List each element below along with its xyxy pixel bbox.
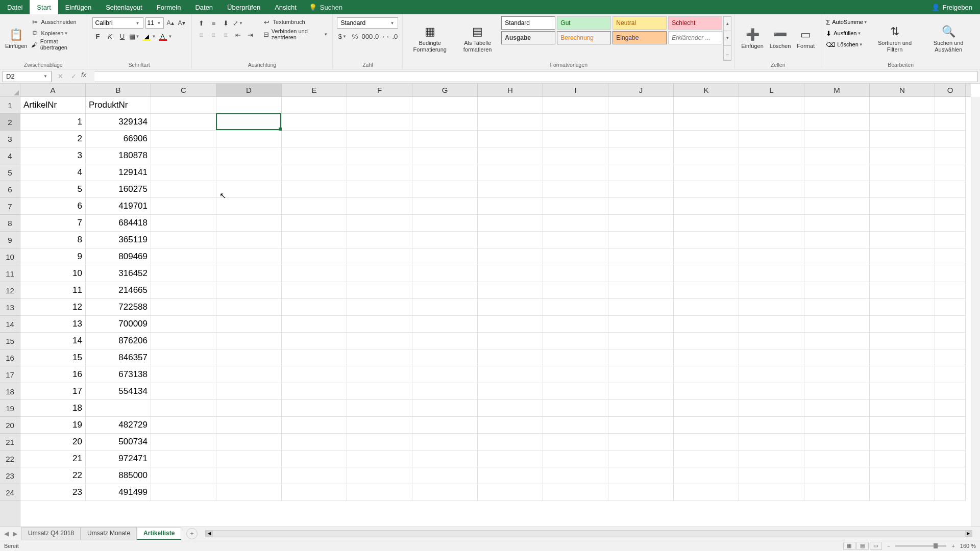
cell-K5[interactable] <box>674 164 739 181</box>
cell-N5[interactable] <box>870 164 935 181</box>
cell-F22[interactable] <box>347 450 412 467</box>
cell-B21[interactable]: 500734 <box>86 434 151 450</box>
cell-N6[interactable] <box>870 181 935 198</box>
cell-H4[interactable] <box>478 147 543 164</box>
cell-I13[interactable] <box>543 299 608 316</box>
cell-D10[interactable] <box>216 248 282 265</box>
cell-L21[interactable] <box>739 434 804 450</box>
tab-formeln[interactable]: Formeln <box>150 0 188 14</box>
cell-N24[interactable] <box>870 484 935 501</box>
cell-C7[interactable] <box>151 198 216 215</box>
cell-J14[interactable] <box>608 316 674 333</box>
cell-E18[interactable] <box>282 383 347 400</box>
cell-A21[interactable]: 20 <box>20 434 86 450</box>
name-box[interactable]: D2▼ <box>3 71 52 82</box>
cell-I3[interactable] <box>543 131 608 147</box>
cell-I24[interactable] <box>543 484 608 501</box>
paste-button[interactable]: 📋 Einfügen <box>3 16 29 61</box>
row-header-24[interactable]: 24 <box>0 484 20 501</box>
cell-D14[interactable] <box>216 316 282 333</box>
cell-C11[interactable] <box>151 265 216 282</box>
cell-J12[interactable] <box>608 282 674 299</box>
align-right-button[interactable]: ≡ <box>220 29 232 40</box>
cell-F4[interactable] <box>347 147 412 164</box>
cell-L23[interactable] <box>739 467 804 484</box>
align-top-button[interactable]: ⬆ <box>196 17 207 29</box>
cell-F13[interactable] <box>347 299 412 316</box>
cell-F20[interactable] <box>347 417 412 434</box>
col-header-E[interactable]: E <box>282 84 347 96</box>
cell-G3[interactable] <box>412 131 478 147</box>
fill-color-button[interactable]: ◢▼ <box>141 31 157 41</box>
cell-J20[interactable] <box>608 417 674 434</box>
cell-G9[interactable] <box>412 232 478 248</box>
cell-E22[interactable] <box>282 450 347 467</box>
cell-G22[interactable] <box>412 450 478 467</box>
font-name-select[interactable]: Calibri▼ <box>92 17 143 29</box>
cell-M5[interactable] <box>804 164 870 181</box>
cell-B20[interactable]: 482729 <box>86 417 151 434</box>
cell-J24[interactable] <box>608 484 674 501</box>
cell-F3[interactable] <box>347 131 412 147</box>
cell-H17[interactable] <box>478 366 543 383</box>
style-berechnung[interactable]: Berechnung <box>557 31 611 44</box>
cell-D6[interactable] <box>216 181 282 198</box>
cell-L19[interactable] <box>739 400 804 417</box>
tab-einfügen[interactable]: Einfügen <box>58 0 99 14</box>
cell-E19[interactable] <box>282 400 347 417</box>
cell-B17[interactable]: 673138 <box>86 366 151 383</box>
border-button[interactable]: ▦▼ <box>129 31 140 42</box>
cell-D4[interactable] <box>216 147 282 164</box>
cell-M7[interactable] <box>804 198 870 215</box>
cell-M2[interactable] <box>804 114 870 131</box>
cell-B5[interactable]: 129141 <box>86 164 151 181</box>
cell-N7[interactable] <box>870 198 935 215</box>
cell-L13[interactable] <box>739 299 804 316</box>
cell-N3[interactable] <box>870 131 935 147</box>
col-header-L[interactable]: L <box>739 84 804 96</box>
col-header-O[interactable]: O <box>935 84 966 96</box>
cell-M9[interactable] <box>804 232 870 248</box>
cell-A11[interactable]: 10 <box>20 265 86 282</box>
cell-B11[interactable]: 316452 <box>86 265 151 282</box>
cell-F9[interactable] <box>347 232 412 248</box>
cell-C2[interactable] <box>151 114 216 131</box>
cell-K17[interactable] <box>674 366 739 383</box>
cell-B15[interactable]: 876206 <box>86 333 151 349</box>
cell-L12[interactable] <box>739 282 804 299</box>
cell-O1[interactable] <box>935 97 966 114</box>
cell-C15[interactable] <box>151 333 216 349</box>
row-header-16[interactable]: 16 <box>0 349 20 366</box>
cell-H21[interactable] <box>478 434 543 450</box>
cell-O3[interactable] <box>935 131 966 147</box>
cell-D15[interactable] <box>216 333 282 349</box>
cell-J1[interactable] <box>608 97 674 114</box>
align-center-button[interactable]: ≡ <box>208 29 219 40</box>
cell-D18[interactable] <box>216 383 282 400</box>
cell-I18[interactable] <box>543 383 608 400</box>
cell-L11[interactable] <box>739 265 804 282</box>
col-header-N[interactable]: N <box>870 84 935 96</box>
cell-E6[interactable] <box>282 181 347 198</box>
cell-C18[interactable] <box>151 383 216 400</box>
cell-H1[interactable] <box>478 97 543 114</box>
cell-G4[interactable] <box>412 147 478 164</box>
cell-B24[interactable]: 491499 <box>86 484 151 501</box>
cell-L18[interactable] <box>739 383 804 400</box>
row-header-1[interactable]: 1 <box>0 97 20 114</box>
align-left-button[interactable]: ≡ <box>196 29 207 40</box>
cell-F15[interactable] <box>347 333 412 349</box>
cell-F23[interactable] <box>347 467 412 484</box>
cell-F11[interactable] <box>347 265 412 282</box>
cell-G17[interactable] <box>412 366 478 383</box>
cell-M3[interactable] <box>804 131 870 147</box>
cell-B3[interactable]: 66906 <box>86 131 151 147</box>
conditional-formatting-button[interactable]: ▦Bedingte Formatierung <box>406 16 454 61</box>
row-header-4[interactable]: 4 <box>0 147 20 164</box>
cell-G10[interactable] <box>412 248 478 265</box>
view-pagebreak-button[interactable]: ▭ <box>870 542 882 550</box>
cell-J9[interactable] <box>608 232 674 248</box>
row-header-13[interactable]: 13 <box>0 299 20 316</box>
cell-D8[interactable] <box>216 215 282 232</box>
cell-J4[interactable] <box>608 147 674 164</box>
